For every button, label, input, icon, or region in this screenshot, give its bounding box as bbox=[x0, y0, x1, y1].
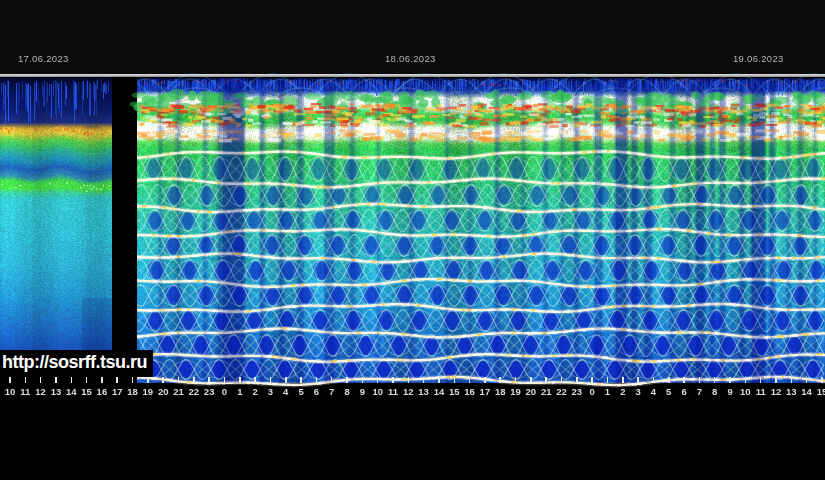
source-url-watermark: http://sosrff.tsu.ru bbox=[0, 350, 153, 377]
date-label: 19.06.2023 bbox=[733, 53, 784, 64]
date-header: 17.06.202318.06.202319.06.2023 bbox=[0, 0, 825, 74]
schumann-spectrogram-page: 17.06.202318.06.202319.06.2023 101112131… bbox=[0, 0, 825, 480]
date-label: 17.06.2023 bbox=[18, 53, 69, 64]
date-label: 18.06.2023 bbox=[385, 53, 436, 64]
